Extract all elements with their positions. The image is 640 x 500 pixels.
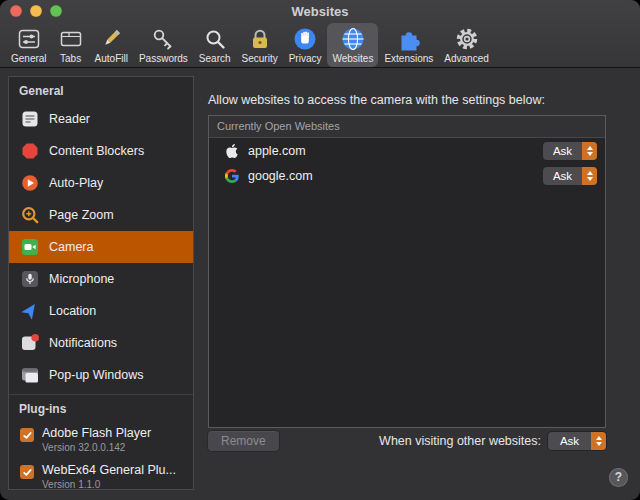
magnifier-icon bbox=[202, 26, 228, 52]
window-chrome: Websites General Tabs AutoFill bbox=[0, 0, 640, 68]
safari-preferences-window: Websites General Tabs AutoFill bbox=[0, 0, 640, 500]
permission-popup-apple[interactable]: Ask bbox=[543, 142, 597, 160]
plugin-checkbox[interactable] bbox=[20, 465, 34, 479]
location-arrow-icon bbox=[20, 301, 40, 321]
plugin-version: Version 1.1.0 bbox=[42, 478, 176, 490]
sidebar-item-label: Location bbox=[49, 304, 96, 318]
toolbar-item-websites[interactable]: Websites bbox=[327, 23, 378, 67]
other-websites-label: When visiting other websites: bbox=[379, 434, 541, 448]
lock-icon bbox=[247, 26, 273, 52]
hand-icon bbox=[292, 26, 318, 52]
tabs-icon bbox=[58, 26, 84, 52]
close-button[interactable] bbox=[10, 5, 22, 17]
sidebar-item-label: Page Zoom bbox=[49, 208, 114, 222]
sidebar-item-location[interactable]: Location bbox=[9, 295, 193, 327]
popup-value: Ask bbox=[543, 145, 582, 157]
plugin-version: Version 32.0.0.142 bbox=[42, 441, 151, 454]
toolbar-item-label: Privacy bbox=[289, 53, 322, 64]
sidebar-section-plugins: Plug-ins bbox=[9, 395, 193, 421]
table-row[interactable]: google.com Ask bbox=[209, 163, 605, 188]
toolbar-item-security[interactable]: Security bbox=[237, 23, 283, 67]
toolbar-item-label: Security bbox=[242, 53, 278, 64]
minimize-button[interactable] bbox=[30, 5, 42, 17]
sidebar-item-label: Microphone bbox=[49, 272, 114, 286]
currently-open-websites-table: Currently Open Websites apple.com Ask go… bbox=[208, 115, 606, 428]
table-row[interactable]: apple.com Ask bbox=[209, 138, 605, 163]
key-icon bbox=[150, 26, 176, 52]
toolbar-item-extensions[interactable]: Extensions bbox=[379, 23, 438, 67]
general-switches-icon bbox=[16, 26, 42, 52]
plugin-name: Adobe Flash Player bbox=[42, 426, 151, 441]
toolbar-item-label: Websites bbox=[332, 53, 373, 64]
chevron-updown-icon bbox=[591, 432, 606, 450]
sidebar-item-auto-play[interactable]: Auto-Play bbox=[9, 167, 193, 199]
sidebar-item-page-zoom[interactable]: Page Zoom bbox=[9, 199, 193, 231]
pencil-icon bbox=[98, 26, 124, 52]
sidebar-item-microphone[interactable]: Microphone bbox=[9, 263, 193, 295]
play-circle-icon bbox=[20, 173, 40, 193]
sidebar-item-content-blockers[interactable]: Content Blockers bbox=[9, 135, 193, 167]
google-logo-icon bbox=[224, 168, 240, 184]
popup-window-icon bbox=[20, 365, 40, 385]
reader-icon bbox=[20, 109, 40, 129]
other-websites-popup[interactable]: Ask bbox=[548, 432, 606, 450]
chevron-updown-icon bbox=[582, 167, 597, 185]
toolbar-item-passwords[interactable]: Passwords bbox=[134, 23, 193, 67]
chevron-updown-icon bbox=[582, 142, 597, 160]
sidebar-item-label: Camera bbox=[49, 240, 93, 254]
preferences-toolbar: General Tabs AutoFill Passwords bbox=[0, 22, 640, 67]
camera-icon bbox=[20, 237, 40, 257]
toolbar-item-general[interactable]: General bbox=[6, 23, 52, 67]
sidebar-item-reader[interactable]: Reader bbox=[9, 103, 193, 135]
stop-octagon-icon bbox=[20, 141, 40, 161]
toolbar-item-label: Advanced bbox=[444, 53, 488, 64]
popup-value: Ask bbox=[548, 435, 591, 447]
titlebar: Websites bbox=[0, 0, 640, 22]
plugin-name: WebEx64 General Plu... bbox=[42, 463, 176, 478]
sidebar-item-notifications[interactable]: Notifications bbox=[9, 327, 193, 359]
sidebar-item-camera[interactable]: Camera bbox=[9, 231, 193, 263]
site-name: apple.com bbox=[248, 144, 535, 158]
toolbar-item-label: General bbox=[11, 53, 47, 64]
site-name: google.com bbox=[248, 169, 535, 183]
sidebar-item-label: Reader bbox=[49, 112, 90, 126]
apple-logo-icon bbox=[224, 143, 240, 159]
popup-value: Ask bbox=[543, 170, 582, 182]
table-header: Currently Open Websites bbox=[209, 116, 605, 138]
toolbar-item-search[interactable]: Search bbox=[194, 23, 236, 67]
puzzle-icon bbox=[396, 26, 422, 52]
sidebar-item-label: Pop-up Windows bbox=[49, 368, 144, 382]
plugin-item-webex[interactable]: WebEx64 General Plu... Version 1.1.0 bbox=[9, 458, 193, 490]
plugin-item-adobe-flash[interactable]: Adobe Flash Player Version 32.0.0.142 bbox=[9, 421, 193, 458]
sidebar-section-general: General bbox=[9, 77, 193, 103]
panel-description: Allow websites to access the camera with… bbox=[208, 93, 545, 107]
traffic-lights bbox=[10, 5, 62, 17]
zoom-button[interactable] bbox=[50, 5, 62, 17]
toolbar-item-advanced[interactable]: Advanced bbox=[439, 23, 493, 67]
help-button[interactable]: ? bbox=[609, 468, 628, 487]
toolbar-item-privacy[interactable]: Privacy bbox=[284, 23, 327, 67]
plugin-checkbox[interactable] bbox=[20, 428, 34, 442]
toolbar-item-label: Extensions bbox=[384, 53, 433, 64]
sidebar-item-label: Content Blockers bbox=[49, 144, 144, 158]
toolbar-item-label: AutoFill bbox=[95, 53, 128, 64]
table-footer: Remove When visiting other websites: Ask bbox=[208, 431, 606, 451]
toolbar-item-label: Passwords bbox=[139, 53, 188, 64]
window-title: Websites bbox=[0, 0, 640, 23]
zoom-magnifier-icon bbox=[20, 205, 40, 225]
sidebar-item-pop-up-windows[interactable]: Pop-up Windows bbox=[9, 359, 193, 391]
toolbar-item-autofill[interactable]: AutoFill bbox=[90, 23, 133, 67]
microphone-icon bbox=[20, 269, 40, 289]
websites-sidebar: General Reader Content Blockers Auto-Pla… bbox=[8, 76, 194, 490]
permission-popup-google[interactable]: Ask bbox=[543, 167, 597, 185]
sidebar-item-label: Auto-Play bbox=[49, 176, 103, 190]
toolbar-item-label: Search bbox=[199, 53, 231, 64]
notification-badge-icon bbox=[20, 333, 40, 353]
sidebar-item-label: Notifications bbox=[49, 336, 117, 350]
remove-button[interactable]: Remove bbox=[208, 431, 279, 451]
toolbar-item-label: Tabs bbox=[60, 53, 81, 64]
gear-icon bbox=[454, 26, 480, 52]
globe-icon bbox=[340, 26, 366, 52]
toolbar-item-tabs[interactable]: Tabs bbox=[53, 23, 89, 67]
other-websites-setting: When visiting other websites: Ask bbox=[379, 432, 606, 450]
